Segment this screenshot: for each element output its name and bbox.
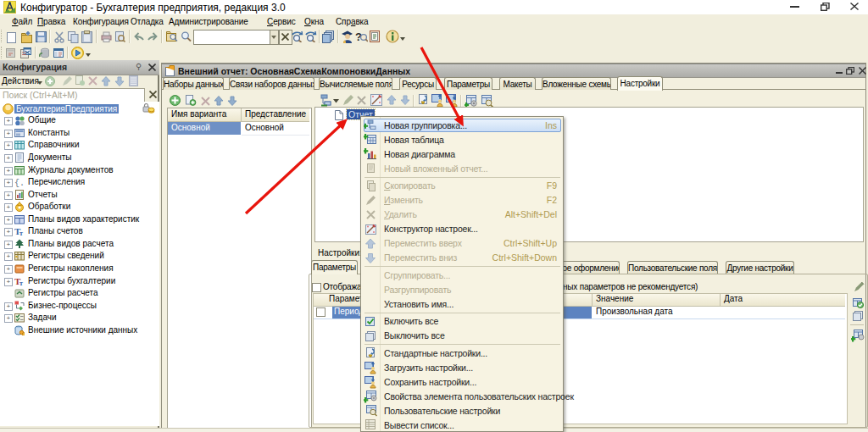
svg-text:{..}: {..} [14, 179, 25, 187]
svg-text:т: т [19, 280, 23, 286]
svg-text:т: т [19, 230, 23, 236]
